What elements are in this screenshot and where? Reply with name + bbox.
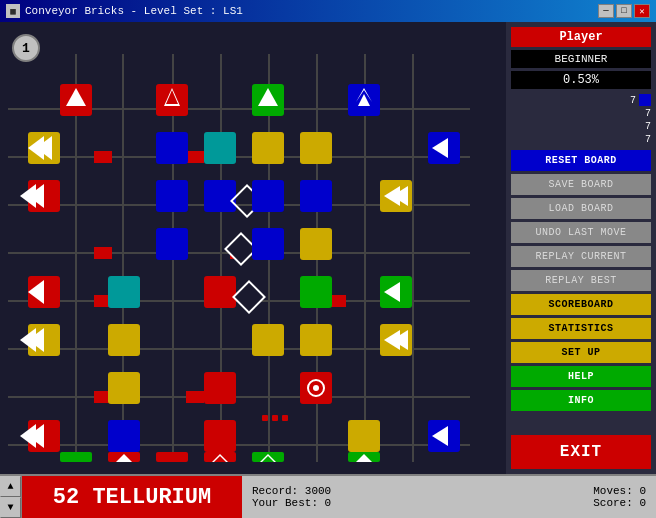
nav-up-button[interactable]: ▲ — [0, 476, 21, 497]
maximize-button[interactable]: □ — [616, 4, 632, 18]
svg-rect-53 — [252, 132, 284, 164]
svg-rect-73 — [204, 276, 236, 308]
info-button[interactable]: INFO — [511, 390, 651, 411]
svg-rect-22 — [102, 247, 112, 259]
moves-label: Moves: 0 — [593, 485, 646, 497]
svg-rect-18 — [102, 151, 112, 163]
svg-rect-97 — [348, 420, 380, 452]
svg-rect-52 — [204, 132, 236, 164]
svg-rect-83 — [300, 324, 332, 356]
svg-rect-54 — [300, 132, 332, 164]
save-board-button[interactable]: SAVE BOARD — [511, 174, 651, 195]
svg-rect-58 — [156, 180, 188, 212]
close-button[interactable]: ✕ — [634, 4, 650, 18]
your-best-label: Your Best: 0 — [252, 497, 573, 509]
svg-rect-20 — [194, 151, 204, 163]
load-board-button[interactable]: LOAD BOARD — [511, 198, 651, 219]
nav-down-button[interactable]: ▼ — [0, 497, 21, 518]
indicator-4: 7 — [645, 134, 651, 145]
indicator-1: 7 — [630, 95, 636, 106]
reset-board-button[interactable]: RESET BOARD — [511, 150, 651, 171]
score-label: Score: 0 — [593, 497, 646, 509]
bottom-moves: Moves: 0 Score: 0 — [583, 476, 656, 518]
level-name: 52 TELLURIUM — [22, 476, 242, 518]
svg-rect-96 — [204, 420, 236, 452]
svg-rect-81 — [108, 324, 140, 356]
bottom-bar: ▲ ▼ 52 TELLURIUM Record: 3000 Your Best:… — [0, 474, 656, 518]
svg-rect-32 — [194, 391, 204, 403]
bottom-stats: Record: 3000 Your Best: 0 — [242, 476, 583, 518]
window-title: Conveyor Bricks - Level Set : LS1 — [25, 5, 243, 17]
help-button[interactable]: HELP — [511, 366, 651, 387]
app-icon: ▦ — [6, 4, 20, 18]
level-nav[interactable]: ▲ ▼ — [0, 476, 22, 518]
game-board: 1 — [0, 22, 506, 474]
svg-rect-111 — [156, 452, 188, 462]
svg-rect-95 — [108, 420, 140, 452]
scoreboard-button[interactable]: SCOREBOARD — [511, 294, 651, 315]
svg-rect-69 — [300, 228, 332, 260]
undo-last-move-button[interactable]: UNDO LAST MOVE — [511, 222, 651, 243]
svg-rect-87 — [108, 372, 140, 404]
svg-rect-62 — [300, 180, 332, 212]
replay-best-button[interactable]: REPLAY BEST — [511, 270, 651, 291]
svg-rect-61 — [252, 180, 284, 212]
title-bar: ▦ Conveyor Bricks - Level Set : LS1 ─ □ … — [0, 0, 656, 22]
svg-rect-59 — [204, 180, 236, 212]
sidebar: Player BEGINNER 0.53% 7 7 7 7 RESET BOAR… — [506, 22, 656, 474]
svg-rect-68 — [252, 228, 284, 260]
svg-rect-33 — [262, 415, 268, 421]
player-level: BEGINNER — [511, 50, 651, 68]
indicator-3: 7 — [645, 121, 651, 132]
player-percentage: 0.53% — [511, 71, 651, 89]
svg-rect-28 — [336, 295, 346, 307]
game-grid[interactable] — [8, 54, 470, 462]
statistics-button[interactable]: STATISTICS — [511, 318, 651, 339]
svg-rect-35 — [282, 415, 288, 421]
svg-rect-72 — [108, 276, 140, 308]
setup-button[interactable]: SET UP — [511, 342, 651, 363]
replay-current-button[interactable]: REPLAY CURRENT — [511, 246, 651, 267]
svg-rect-66 — [156, 228, 188, 260]
side-indicators: 7 7 7 7 — [511, 94, 651, 145]
exit-button[interactable]: EXIT — [511, 435, 651, 469]
svg-point-91 — [313, 385, 319, 391]
indicator-2: 7 — [645, 108, 651, 119]
svg-rect-51 — [156, 132, 188, 164]
record-label: Record: 3000 — [252, 485, 573, 497]
player-header: Player — [511, 27, 651, 47]
svg-rect-88 — [204, 372, 236, 404]
svg-rect-82 — [252, 324, 284, 356]
svg-rect-34 — [272, 415, 278, 421]
svg-rect-110 — [60, 452, 92, 462]
minimize-button[interactable]: ─ — [598, 4, 614, 18]
svg-rect-75 — [300, 276, 332, 308]
level-indicator: 1 — [12, 34, 40, 62]
